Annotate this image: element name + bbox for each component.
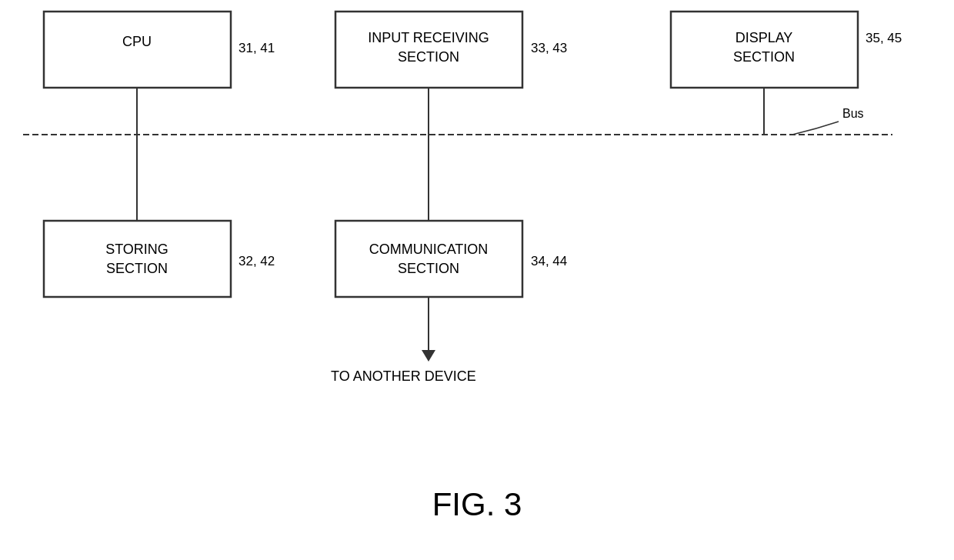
cpu-label: CPU <box>122 34 152 49</box>
input-receiving-label-line2: SECTION <box>398 49 459 65</box>
to-another-device-label: TO ANOTHER DEVICE <box>331 368 476 384</box>
comm-arrow-head <box>422 350 435 362</box>
cpu-ref: 31, 41 <box>239 41 275 55</box>
figure-label: FIG. 3 <box>432 486 522 522</box>
diagram-container: CPU 31, 41 INPUT RECEIVING SECTION 33, 4… <box>0 0 954 560</box>
display-ref: 35, 45 <box>866 31 902 45</box>
input-receiving-label-line1: INPUT RECEIVING <box>368 30 489 45</box>
communication-ref: 34, 44 <box>531 254 567 268</box>
communication-label-line2: SECTION <box>398 261 459 276</box>
storing-label-line1: STORING <box>105 242 168 257</box>
storing-box <box>44 221 231 297</box>
storing-label-line2: SECTION <box>106 261 168 276</box>
bus-label: Bus <box>842 107 864 120</box>
display-label-line1: DISPLAY <box>736 30 793 45</box>
display-label-line2: SECTION <box>733 49 795 65</box>
cpu-box <box>44 12 231 88</box>
storing-ref: 32, 42 <box>239 254 275 268</box>
input-receiving-ref: 33, 43 <box>531 41 567 55</box>
communication-box <box>335 221 522 297</box>
communication-label-line1: COMMUNICATION <box>369 242 489 257</box>
bus-arrow <box>792 122 839 135</box>
